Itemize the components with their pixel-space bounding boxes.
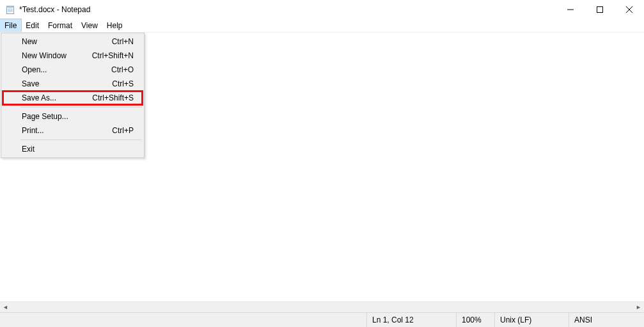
menu-item-save-as[interactable]: Save As... Ctrl+Shift+S xyxy=(3,91,143,105)
statusbar: Ln 1, Col 12 100% Unix (LF) ANSI xyxy=(0,312,644,327)
menu-item-new[interactable]: New Ctrl+N xyxy=(3,35,143,49)
menubar: File Edit Format View Help xyxy=(0,19,644,32)
status-zoom: 100% xyxy=(456,313,494,327)
menu-item-save[interactable]: Save Ctrl+S xyxy=(3,77,143,91)
svg-rect-1 xyxy=(7,6,14,8)
file-menu-dropdown: New Ctrl+N New Window Ctrl+Shift+N Open.… xyxy=(1,33,145,158)
menu-help[interactable]: Help xyxy=(102,19,127,32)
scroll-right-icon[interactable]: ► xyxy=(633,302,644,313)
notepad-icon xyxy=(5,4,15,15)
svg-rect-6 xyxy=(597,6,603,12)
minimize-button[interactable] xyxy=(556,0,585,19)
menu-file[interactable]: File xyxy=(0,19,21,32)
window-title: *Test.docx - Notepad xyxy=(19,5,90,14)
menu-item-open[interactable]: Open... Ctrl+O xyxy=(3,63,143,77)
menu-item-exit[interactable]: Exit xyxy=(3,142,143,156)
menu-separator xyxy=(20,140,142,140)
status-eol: Unix (LF) xyxy=(494,313,569,327)
horizontal-scrollbar[interactable]: ◄ ► xyxy=(0,301,644,312)
menu-view[interactable]: View xyxy=(77,19,102,32)
menu-item-page-setup[interactable]: Page Setup... xyxy=(3,109,143,124)
scroll-left-icon[interactable]: ◄ xyxy=(0,302,11,313)
menu-edit[interactable]: Edit xyxy=(21,19,43,32)
text-area[interactable]: New Ctrl+N New Window Ctrl+Shift+N Open.… xyxy=(0,32,644,301)
status-position: Ln 1, Col 12 xyxy=(366,313,456,327)
close-button[interactable] xyxy=(615,0,644,19)
menu-format[interactable]: Format xyxy=(43,19,77,32)
titlebar: *Test.docx - Notepad xyxy=(0,0,644,19)
maximize-button[interactable] xyxy=(585,0,615,19)
menu-separator xyxy=(20,107,142,108)
menu-item-print[interactable]: Print... Ctrl+P xyxy=(3,124,143,138)
menu-item-new-window[interactable]: New Window Ctrl+Shift+N xyxy=(3,49,143,63)
status-encoding: ANSI xyxy=(569,313,644,327)
